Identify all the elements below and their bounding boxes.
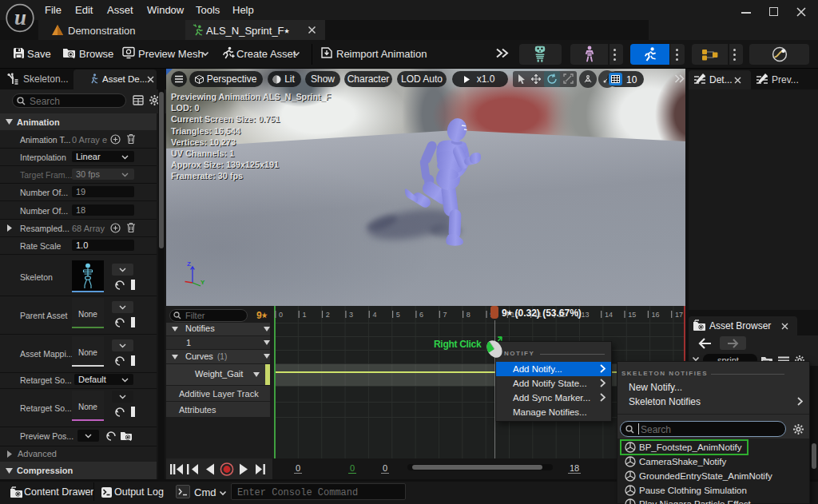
svg-text:16: 16 [652,311,660,319]
svg-text:4: 4 [372,311,376,319]
svg-text:6: 6 [419,311,423,319]
svg-text:u: u [14,6,26,30]
svg-text:0: 0 [279,311,283,319]
svg-text:8: 8 [467,311,471,319]
svg-text:Y: Y [201,279,205,286]
svg-text:15: 15 [628,311,636,319]
svg-text:Z: Z [187,260,191,268]
svg-text:1: 1 [302,311,306,319]
svg-text:17: 17 [675,311,683,319]
svg-text:3: 3 [349,311,353,319]
svg-text:13: 13 [582,311,590,319]
svg-text:7: 7 [443,311,447,319]
svg-text:2: 2 [326,311,330,319]
svg-text:5: 5 [396,311,400,319]
svg-text:14: 14 [605,311,613,319]
